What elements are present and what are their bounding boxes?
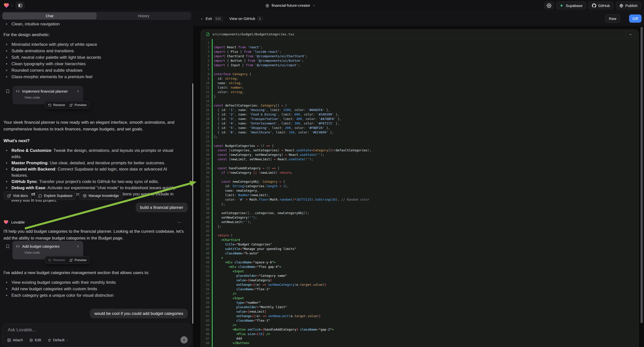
view-on-github-button[interactable]: View on GitHub G bbox=[229, 16, 263, 21]
fold-toggle-icon[interactable]: ⌄ bbox=[210, 72, 211, 76]
fold-toggle-icon[interactable]: ⌄ bbox=[210, 180, 211, 184]
line-number: 13 bbox=[201, 94, 209, 99]
lovable-logo-menu[interactable] bbox=[4, 2, 14, 8]
code-text: limit: Number(newLimit), bbox=[214, 193, 270, 198]
version-actions: RestorePreview bbox=[45, 256, 90, 264]
line-number: 15 bbox=[201, 103, 209, 108]
code-text: { id: '2', name: 'Food & Dining', limit:… bbox=[214, 112, 339, 117]
fold-toggle-icon[interactable]: ⌄ bbox=[210, 166, 211, 170]
line-number: 66 bbox=[201, 332, 209, 336]
github-button[interactable]: GitHub bbox=[588, 2, 614, 10]
code-line: 60 placeholder="Monthly limit" bbox=[201, 305, 638, 310]
code-line: 24⌄const BudgetCategories = () => { bbox=[201, 144, 638, 148]
code-line: 56 className="flex-1" bbox=[201, 287, 638, 292]
code-line: 54 value={newCategory} bbox=[201, 278, 638, 282]
chevron-up-icon bbox=[629, 32, 632, 36]
explore-supabase-button[interactable]: Explore Supabase bbox=[34, 192, 76, 200]
lovable-heart-icon bbox=[4, 220, 9, 225]
restore-icon bbox=[48, 103, 52, 107]
github-label: GitHub bbox=[598, 4, 610, 8]
line-number: 29 bbox=[201, 166, 209, 170]
restore-button[interactable]: Restore bbox=[48, 103, 65, 107]
edit-mode-button[interactable]: Edit bbox=[29, 338, 41, 342]
code-line: 25 const [categories, setCategories] = R… bbox=[201, 148, 638, 152]
project-switcher[interactable]: financial-future-creator bbox=[265, 0, 316, 11]
code-text: const handleAddCategory = () => { bbox=[214, 166, 279, 170]
code-brackets-icon bbox=[16, 89, 20, 93]
line-number: 64 bbox=[201, 323, 209, 327]
line-number: 62 bbox=[201, 314, 209, 318]
publish-button[interactable]: Publish bbox=[616, 2, 641, 10]
edit-label: Edit bbox=[35, 338, 41, 342]
sidebar-toggle-button[interactable] bbox=[16, 2, 24, 9]
restore-icon bbox=[48, 258, 52, 262]
version-card-block: Add budget categoriesView codeRestorePre… bbox=[4, 241, 188, 260]
code-text: { id: '5', name: 'Shopping', limit: 200,… bbox=[214, 126, 330, 130]
code-line: 7 bbox=[201, 68, 638, 72]
code-text: interface Category { bbox=[214, 72, 252, 76]
file-path-bar[interactable]: src/components/budget/BudgetCategories.t… bbox=[201, 30, 638, 39]
line-number: 23 bbox=[201, 139, 209, 144]
visit-docs-button[interactable]: Visit docs bbox=[4, 192, 32, 200]
code-line: 11 limit: number; bbox=[201, 86, 638, 90]
code-line: 46 title="Budget Categories" bbox=[201, 242, 638, 247]
line-number: 31 bbox=[201, 175, 209, 180]
fold-toggle-icon[interactable]: ⌄ bbox=[210, 144, 211, 148]
code-line: 43 bbox=[201, 229, 638, 233]
supabase-button[interactable]: Supabase bbox=[556, 2, 586, 10]
line-number: 43 bbox=[201, 229, 209, 233]
diff-view-button[interactable]: Diff bbox=[629, 14, 642, 23]
code-line: 30 if (!newCategory || !newLimit) return… bbox=[201, 170, 638, 175]
globe-icon bbox=[619, 3, 623, 8]
line-number: 18 bbox=[201, 117, 209, 121]
code-text: }; bbox=[214, 224, 221, 229]
code-line: 52 <Input bbox=[201, 269, 638, 274]
raw-view-button[interactable]: Raw bbox=[605, 14, 620, 23]
code-editor-lines[interactable]: 12import React from 'react';3import { Pl… bbox=[201, 39, 638, 347]
send-button[interactable] bbox=[180, 336, 188, 344]
settings-button[interactable] bbox=[544, 2, 554, 10]
code-scrollbar[interactable] bbox=[640, 27, 643, 347]
line-number: 36 bbox=[201, 198, 209, 202]
line-number: 65 bbox=[201, 327, 209, 332]
attach-button[interactable]: Attach bbox=[7, 338, 23, 342]
code-text: const [categories, setCategories] = Reac… bbox=[214, 148, 371, 152]
code-text: name: newCategory, bbox=[214, 188, 259, 193]
code-line: 50 <div className="space-y-6"> bbox=[201, 260, 638, 264]
line-number: 63 bbox=[201, 318, 209, 323]
fold-toggle-icon[interactable]: ⌄ bbox=[210, 103, 211, 108]
model-selector[interactable]: Default bbox=[48, 338, 69, 342]
code-line: 63 className="flex-1" bbox=[201, 318, 638, 323]
code-text: import { Button } from '@/components/ui/… bbox=[214, 58, 304, 63]
chat-input[interactable] bbox=[8, 327, 157, 332]
exit-button[interactable]: Exit ESC bbox=[200, 16, 223, 21]
chat-message-list: Clean, intuitive navigationFor the desig… bbox=[0, 11, 193, 347]
line-number: 5 bbox=[201, 58, 209, 63]
line-number: 39 bbox=[201, 211, 209, 215]
manage-knowledge-button[interactable]: Manage knowledge bbox=[79, 192, 122, 200]
package-icon bbox=[83, 194, 87, 198]
bookmark-icon[interactable] bbox=[6, 89, 10, 94]
code-text: import { Input } from '@/components/ui/i… bbox=[214, 63, 300, 68]
chat-composer: Attach Edit Default bbox=[2, 324, 191, 346]
code-scrollbar-thumb[interactable] bbox=[640, 27, 643, 323]
code-text: const [newCategory, setNewCategory] = Re… bbox=[214, 152, 324, 157]
bookmark-icon[interactable] bbox=[6, 244, 10, 249]
preview-button[interactable]: Preview bbox=[70, 258, 86, 262]
view-code-link[interactable]: View code bbox=[24, 96, 80, 99]
collapse-file-button[interactable] bbox=[626, 31, 635, 38]
preview-button[interactable]: Preview bbox=[70, 103, 86, 107]
globe-icon bbox=[265, 3, 269, 8]
code-line: 20 { id: '5', name: 'Shopping', limit: 2… bbox=[201, 126, 638, 130]
file-path: src/components/budget/BudgetCategories.t… bbox=[212, 32, 623, 36]
code-text: <div className="flex gap-4"> bbox=[214, 264, 281, 269]
code-line: 1 bbox=[201, 40, 638, 45]
code-text: color: string; bbox=[214, 90, 244, 94]
list-item: Refine & Customize: Tweak the design, an… bbox=[4, 147, 179, 160]
view-code-link[interactable]: View code bbox=[24, 251, 80, 254]
message-menu-button[interactable] bbox=[177, 220, 181, 224]
line-number: 53 bbox=[201, 274, 209, 278]
code-line: 15⌄const defaultCategories: Category[] =… bbox=[201, 103, 638, 108]
line-number: 57 bbox=[201, 292, 209, 296]
restore-button[interactable]: Restore bbox=[48, 258, 65, 262]
